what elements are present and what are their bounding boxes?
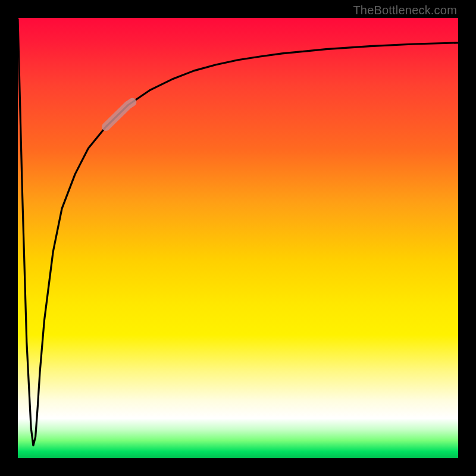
bottleneck-curve (18, 19, 458, 446)
curve-layer (18, 18, 458, 458)
plot-area (18, 18, 458, 458)
curve-highlight-segment (106, 102, 132, 127)
watermark-text: TheBottleneck.com (353, 4, 457, 17)
chart-frame (18, 18, 458, 458)
